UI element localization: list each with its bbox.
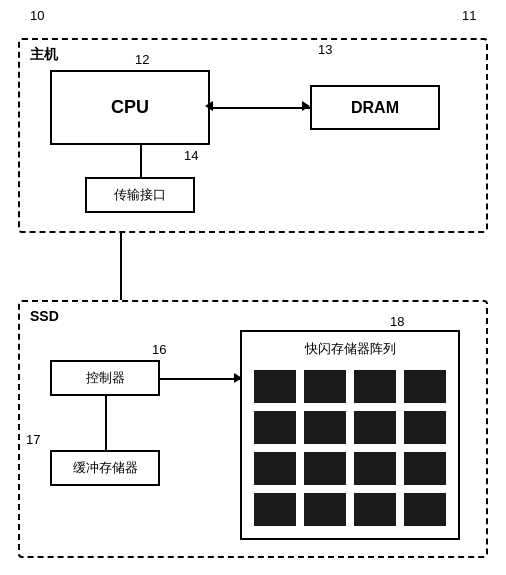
flash-cell [304, 370, 346, 403]
arrow-left-1 [205, 101, 213, 111]
ref-12: 12 [135, 52, 149, 67]
dram-block: DRAM [310, 85, 440, 130]
host-box: 主机 CPU DRAM 传输接口 [18, 38, 488, 233]
ref-10: 10 [30, 8, 44, 23]
ref-18: 18 [390, 314, 404, 329]
dram-label: DRAM [351, 99, 399, 117]
host-label: 主机 [30, 46, 58, 64]
line-ctrl-buffer [105, 396, 107, 450]
line-cpu-to-transfer [140, 145, 142, 177]
flash-cell [404, 493, 446, 526]
cpu-label: CPU [111, 97, 149, 118]
arrow-right-1 [302, 101, 310, 111]
flash-cell [254, 493, 296, 526]
buffer-block: 缓冲存储器 [50, 450, 160, 486]
flash-cell [404, 411, 446, 444]
controller-block: 控制器 [50, 360, 160, 396]
ref-16: 16 [152, 342, 166, 357]
diagram: 10 11 主机 CPU DRAM 传输接口 12 13 14 SSD [0, 0, 506, 575]
flash-cell [304, 493, 346, 526]
flash-box: 快闪存储器阵列 [240, 330, 460, 540]
line-ctrl-flash [160, 378, 240, 380]
flash-cell [254, 411, 296, 444]
ref-17: 17 [26, 432, 40, 447]
buffer-label: 缓冲存储器 [73, 459, 138, 477]
line-transfer-to-ssd [120, 233, 122, 300]
line-cpu-dram [210, 107, 310, 109]
cpu-block: CPU [50, 70, 210, 145]
flash-cell [304, 411, 346, 444]
transfer-block: 传输接口 [85, 177, 195, 213]
flash-cell [304, 452, 346, 485]
flash-cell [404, 452, 446, 485]
flash-cell [354, 370, 396, 403]
flash-grid [254, 370, 446, 526]
transfer-label: 传输接口 [114, 186, 166, 204]
flash-cell [354, 452, 396, 485]
ssd-label: SSD [30, 308, 59, 324]
ref-11: 11 [462, 8, 476, 23]
flash-cell [354, 493, 396, 526]
flash-cell [404, 370, 446, 403]
flash-cell [254, 370, 296, 403]
ssd-box: SSD 控制器 缓冲存储器 快闪存储器阵列 [18, 300, 488, 558]
flash-label: 快闪存储器阵列 [305, 340, 396, 358]
controller-label: 控制器 [86, 369, 125, 387]
ref-14: 14 [184, 148, 198, 163]
flash-cell [254, 452, 296, 485]
ref-13: 13 [318, 42, 332, 57]
flash-cell [354, 411, 396, 444]
